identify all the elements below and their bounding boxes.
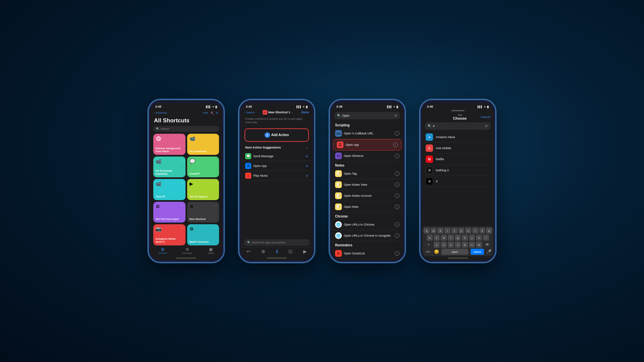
key-t[interactable]: t [451,228,458,234]
key-z[interactable]: z [434,242,440,248]
playbar-icon-3[interactable]: ℹ [276,249,278,254]
action-open-urls-chrome[interactable]: 🌐 Open URLs in Chrome i [332,219,403,230]
shortcut-name[interactable]: New Shortcut 1 [268,111,290,114]
suggestion-add-3[interactable]: + [306,173,308,178]
key-s[interactable]: s [434,235,440,241]
tile-menu-5[interactable]: ··· [180,181,183,185]
search-bar-1[interactable]: 🔍 Search [153,126,219,132]
playbar-icon-1[interactable]: ↩ [247,249,251,254]
tile-remove-bg[interactable]: ··· 🌸 Remove background from Photo [153,134,185,155]
app-netflix[interactable]: N Netflix [422,154,493,165]
key-y[interactable]: y [459,228,465,234]
info-notes-account[interactable]: i [395,193,399,198]
edit-button-1[interactable]: Edit [203,111,208,114]
back-button-1[interactable]: ‹ Shortcuts [154,111,167,114]
tile-menu-9[interactable]: ··· [180,226,183,230]
suggestion-open-app[interactable]: ☰ Open App + [241,161,312,171]
app-x[interactable]: ✕ X [422,176,493,187]
grid-icon[interactable]: ⊞ [211,111,213,114]
key-123[interactable]: 123 [424,249,432,255]
tile-webp[interactable]: ··· ⚙ WebP Converter [187,224,219,245]
tab-shortcuts[interactable]: ⊞ Shortcuts [158,247,167,254]
info-open-app[interactable]: i [393,142,398,147]
tile-get-text[interactable]: ··· ⚙ Get Text from Input [153,202,185,223]
action-open-notes-account[interactable]: 📝 Open Notes Account i [332,190,403,201]
tile-tts[interactable]: ··· ▶ Text To Speech [187,179,219,200]
add-shortcut-button[interactable]: + [216,110,218,115]
open-search-field[interactable]: 🔍 Open ✕ [334,112,400,119]
tile-menu-1[interactable]: ··· [180,136,183,139]
key-q[interactable]: q [424,228,430,234]
tile-menu-6[interactable]: ··· [214,181,217,185]
info-chrome[interactable]: i [395,222,399,227]
search-back-2[interactable]: ‹ Search [245,111,255,114]
key-c[interactable]: c [448,242,454,248]
playbar-icon-5[interactable]: ▶ [303,249,307,254]
clear-x-search[interactable]: ✕ [485,124,488,128]
info-smartlist[interactable]: i [395,251,399,256]
key-u[interactable]: u [465,228,471,234]
tile-menu-3[interactable]: ··· [180,159,183,162]
tile-menu-4[interactable]: ··· [214,159,217,162]
tile-menu-2[interactable]: ··· [214,136,217,139]
key-space[interactable]: space [441,249,468,255]
app-amazon-alexa[interactable]: A Amazon Alexa [422,132,493,143]
key-o[interactable]: o [479,228,485,234]
emoji-key[interactable]: 😊 [434,249,439,254]
key-b[interactable]: b [462,242,468,248]
tile-r-download[interactable]: ··· 📹 R& Download (Updated) [153,157,185,178]
key-l[interactable]: l [483,235,489,241]
action-open-urls-incognito[interactable]: 🌐 Open URLs in Chrome in Incognito i [332,230,403,241]
tile-time-et[interactable]: ··· 📹 Time ET [153,179,185,200]
key-i[interactable]: i [472,228,478,234]
key-g[interactable]: g [455,235,461,241]
tile-new-shortcut[interactable]: ··· ⚙ New Shortcut [187,202,219,223]
search-bottom-2[interactable]: 🔍 Search for apps and actions [244,239,310,246]
tab-gallery[interactable]: ▣ Gallery [208,247,214,254]
tile-instagram[interactable]: ··· 📷 Instagram Media Saver 2 [153,224,185,245]
playbar-icon-4[interactable]: ⊡ [288,249,292,254]
key-a[interactable]: a [427,235,433,241]
suggestion-add-2[interactable]: + [306,163,308,169]
key-shift[interactable]: ⇧ [425,242,433,248]
x-search-field[interactable]: 🔍 X ✕ [425,122,491,130]
key-p[interactable]: p [486,228,492,234]
key-k[interactable]: k [476,235,482,241]
key-v[interactable]: v [455,242,461,248]
action-open-xcallback[interactable]: URL Open X-Callback URL i [332,128,403,139]
tile-menu-7[interactable]: ··· [180,204,183,207]
key-w[interactable]: w [431,228,437,234]
key-e[interactable]: e [437,228,443,234]
tile-chatgpt[interactable]: ··· 💬 ChatGPT [187,157,219,178]
suggestion-send-message[interactable]: 💬 Send Message + [241,152,312,161]
add-action-button[interactable]: + Add Action [245,128,309,142]
action-open-notes-view[interactable]: 📝 Open Notes View i [332,179,403,190]
key-f[interactable]: f [448,235,454,241]
info-open-tag[interactable]: i [395,171,399,176]
tile-menu-10[interactable]: ··· [214,226,217,230]
suggestion-play-music[interactable]: ♫ Play Music + [241,171,312,181]
action-open-shortcut[interactable]: ✂ Open Shortcut i [332,150,403,162]
suggestion-add-1[interactable]: + [306,154,308,159]
app-axis-mobile[interactable]: A Axis Mobile [422,143,493,154]
tab-automation[interactable]: ⚙ Automation [182,247,192,254]
info-notes-view[interactable]: i [395,182,399,187]
app-nothing-x[interactable]: ✕ Nothing X [422,165,493,176]
action-open-note[interactable]: 📝 Open Note i [332,201,403,213]
info-xcallback[interactable]: i [395,131,399,136]
info-incognito[interactable]: i [395,233,399,238]
action-open-smartlist[interactable]: ⊕ Open SmartList i [332,248,403,259]
playbar-icon-2[interactable]: ⊕ [261,249,265,254]
key-delete[interactable]: ⌫ [483,242,491,248]
key-d[interactable]: d [441,235,447,241]
tile-menu-8[interactable]: ··· [214,204,217,207]
info-open-shortcut[interactable]: i [395,154,399,158]
clear-search-icon[interactable]: ✕ [394,113,397,118]
mic-key[interactable]: 🎤 [486,249,491,254]
key-x2[interactable]: x [441,242,447,248]
key-search[interactable]: search [471,249,484,255]
done-button[interactable]: Done [302,111,309,114]
key-r[interactable]: r [444,228,450,234]
key-n[interactable]: n [469,242,475,248]
info-open-note[interactable]: i [395,204,399,209]
